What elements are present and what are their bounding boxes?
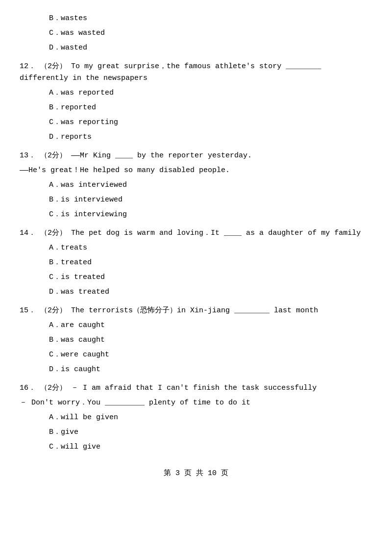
q12-option-a: A．was reported — [20, 87, 372, 99]
question-14: 14． （2分） The pet dog is warm and loving．… — [20, 227, 372, 239]
question-12: 12． （2分） To my great surprise，the famous… — [20, 61, 372, 84]
q14-option-c: C．is treated — [20, 272, 372, 283]
q16-option-a: A．will be given — [20, 412, 372, 424]
q13-option-b: B．is interviewed — [20, 194, 372, 206]
q11-option-c: C．was wasted — [20, 27, 372, 39]
q11-option-d: D．wasted — [20, 42, 372, 54]
q16-option-c: C．will give — [20, 441, 372, 453]
question-13: 13． （2分） ——Mr King ____ by the reporter … — [20, 150, 372, 162]
question-16: 16． （2分） － I am afraid that I can't fini… — [20, 382, 372, 394]
q16-option-b: B．give — [20, 427, 372, 438]
q14-option-b: B．treated — [20, 257, 372, 269]
q12-option-d: D．reports — [20, 131, 372, 143]
q12-option-b: B．reported — [20, 102, 372, 114]
q15-option-c: C．were caught — [20, 349, 372, 361]
q14-option-a: A．treats — [20, 242, 372, 254]
q15-option-d: D．is caught — [20, 364, 372, 376]
question-16-subtext: － Don't worry．You _________ plenty of ti… — [20, 397, 372, 409]
q15-option-a: A．are caught — [20, 320, 372, 331]
q11-option-b: B．wastes — [20, 13, 372, 25]
question-15: 15． （2分） The terrorists（恐怖分子）in Xin-jian… — [20, 305, 372, 317]
q15-option-b: B．was caught — [20, 334, 372, 346]
page-footer: 第 3 页 共 10 页 — [20, 468, 372, 479]
q14-option-d: D．was treated — [20, 286, 372, 298]
q12-option-c: C．was reporting — [20, 117, 372, 128]
question-13-subtext: ——He's great！He helped so many disabled … — [20, 165, 372, 177]
q13-option-a: A．was interviewed — [20, 179, 372, 191]
q13-option-c: C．is interviewing — [20, 209, 372, 221]
